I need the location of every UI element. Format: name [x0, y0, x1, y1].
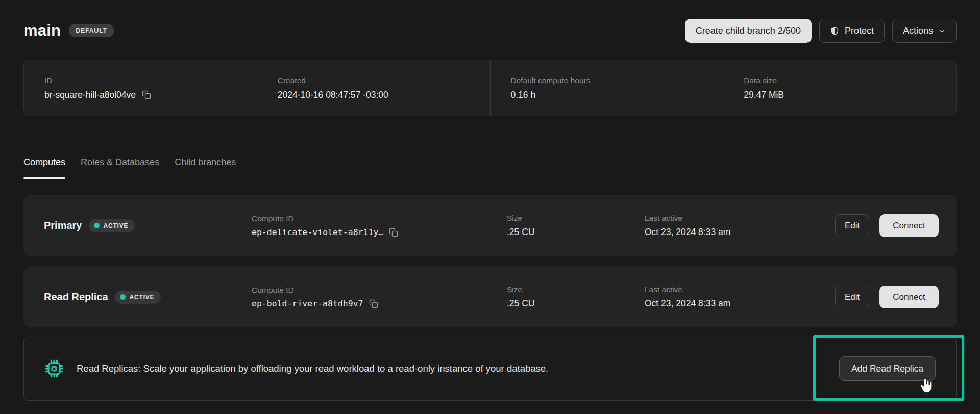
info-field-created: Created 2024-10-16 08:47:57 -03:00 — [257, 60, 490, 116]
size-value: .25 CU — [507, 298, 645, 309]
info-label: ID — [44, 76, 236, 85]
page-header: main DEFAULT Create child branch 2/500 P… — [23, 18, 957, 43]
copy-icon — [141, 90, 152, 100]
copy-icon — [388, 227, 399, 238]
chip-icon — [44, 359, 64, 378]
compute-hours-value: 0.16 h — [511, 90, 703, 100]
size-cell: Size .25 CU — [507, 285, 645, 309]
info-field-compute-hours: Default compute hours 0.16 h — [490, 60, 723, 116]
tab-roles-databases[interactable]: Roles & Databases — [81, 157, 159, 178]
actions-label: Actions — [903, 25, 933, 36]
compute-id-value: ep-bold-river-a8tdh9v7 — [252, 299, 363, 308]
compute-name: Primary — [44, 220, 82, 231]
info-label: Created — [278, 76, 470, 85]
last-active-value: Oct 23, 2024 8:33 am — [645, 298, 835, 309]
header-actions: Create child branch 2/500 Protect Action… — [685, 19, 957, 43]
create-child-branch-label: Create child branch 2/500 — [696, 25, 801, 36]
copy-compute-id-button[interactable] — [388, 227, 399, 238]
add-read-replica-button[interactable]: Add Read Replica — [839, 356, 936, 381]
info-label: Default compute hours — [511, 76, 703, 85]
connect-button[interactable]: Connect — [879, 286, 938, 308]
tab-child-branches[interactable]: Child branches — [175, 157, 236, 178]
size-label: Size — [507, 214, 645, 223]
compute-id-value-row: ep-delicate-violet-a8r11y… — [252, 227, 507, 238]
info-field-data-size: Data size 29.47 MiB — [723, 60, 956, 116]
last-active-value: Oct 23, 2024 8:33 am — [645, 227, 835, 238]
size-cell: Size .25 CU — [507, 214, 645, 238]
banner-text: Read Replicas: Scale your application by… — [77, 363, 548, 374]
branch-info-card: ID br-square-hill-a8ol04ve Created 2024-… — [23, 60, 957, 116]
shield-icon — [830, 26, 840, 36]
size-value: .25 CU — [507, 227, 645, 238]
default-badge: DEFAULT — [69, 24, 114, 37]
copy-icon — [369, 299, 379, 309]
status-dot — [120, 294, 126, 300]
compute-name-group: Read Replica ACTIVE — [44, 291, 252, 304]
size-label: Size — [507, 285, 645, 294]
status-label: ACTIVE — [130, 294, 155, 301]
compute-id-label: Compute ID — [252, 214, 507, 223]
protect-label: Protect — [845, 25, 874, 36]
row-actions: Edit Connect — [835, 286, 939, 308]
connect-button[interactable]: Connect — [879, 214, 938, 237]
branch-id-value-row: br-square-hill-a8ol04ve — [44, 90, 236, 100]
protect-button[interactable]: Protect — [819, 19, 885, 43]
info-field-id: ID br-square-hill-a8ol04ve — [24, 60, 257, 116]
data-size-value: 29.47 MiB — [744, 90, 936, 100]
last-active-label: Last active — [645, 214, 835, 223]
compute-row-primary: Primary ACTIVE Compute ID ep-delicate-vi… — [23, 195, 957, 256]
branch-detail-page: main DEFAULT Create child branch 2/500 P… — [0, 0, 980, 414]
branch-title-group: main DEFAULT — [23, 21, 114, 40]
compute-name-group: Primary ACTIVE — [44, 219, 252, 232]
copy-branch-id-button[interactable] — [141, 90, 152, 100]
create-child-branch-button[interactable]: Create child branch 2/500 — [685, 19, 812, 43]
tab-computes[interactable]: Computes — [23, 157, 65, 178]
status-badge: ACTIVE — [89, 219, 135, 232]
compute-id-value-row: ep-bold-river-a8tdh9v7 — [252, 299, 507, 309]
edit-button[interactable]: Edit — [835, 214, 869, 237]
read-replica-banner: Read Replicas: Scale your application by… — [23, 337, 957, 401]
edit-button[interactable]: Edit — [835, 286, 869, 308]
info-label: Data size — [744, 76, 936, 85]
page-title: main — [23, 21, 61, 40]
last-active-cell: Last active Oct 23, 2024 8:33 am — [645, 285, 835, 309]
last-active-cell: Last active Oct 23, 2024 8:33 am — [645, 214, 835, 238]
branch-id-value: br-square-hill-a8ol04ve — [44, 90, 136, 100]
created-value: 2024-10-16 08:47:57 -03:00 — [278, 90, 470, 100]
status-badge: ACTIVE — [115, 291, 161, 304]
status-dot — [94, 223, 100, 228]
compute-row-read-replica: Read Replica ACTIVE Compute ID ep-bold-r… — [23, 267, 957, 327]
last-active-label: Last active — [645, 285, 835, 294]
compute-name: Read Replica — [44, 291, 108, 303]
branch-tabs: Computes Roles & Databases Child branche… — [23, 157, 957, 178]
copy-compute-id-button[interactable] — [369, 299, 379, 309]
chevron-down-icon — [938, 27, 946, 35]
compute-id-value: ep-delicate-violet-a8r11y… — [252, 227, 383, 237]
compute-id-label: Compute ID — [252, 286, 507, 295]
compute-id-cell: Compute ID ep-delicate-violet-a8r11y… — [252, 214, 507, 238]
compute-id-cell: Compute ID ep-bold-river-a8tdh9v7 — [252, 286, 507, 309]
actions-button[interactable]: Actions — [892, 19, 957, 43]
status-label: ACTIVE — [104, 222, 129, 229]
row-actions: Edit Connect — [835, 214, 939, 237]
